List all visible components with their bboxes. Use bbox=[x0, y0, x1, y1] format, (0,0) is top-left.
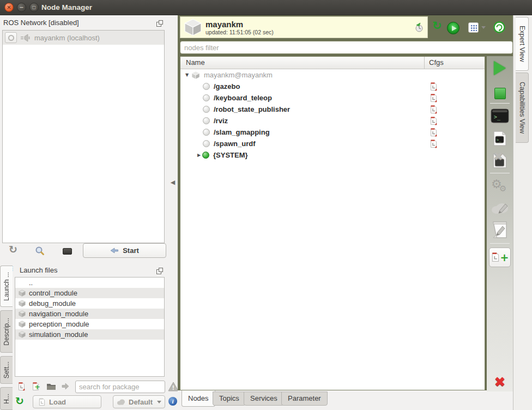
run-node-icon[interactable] bbox=[447, 22, 460, 34]
float-panel-icon[interactable] bbox=[156, 22, 161, 27]
tab-label: Descrip... bbox=[3, 318, 10, 346]
master-header[interactable]: mayankm updated: 11:51:05 (02 sec) bbox=[180, 16, 428, 38]
window-close-button[interactable]: ✕ bbox=[4, 3, 14, 12]
tab-parameter[interactable]: Parameter bbox=[281, 391, 328, 406]
tree-row-node[interactable]: /gazebo bbox=[180, 81, 485, 92]
node-status-icon bbox=[203, 83, 210, 90]
terminal-icon[interactable]: >_ bbox=[491, 108, 509, 123]
node-status-icon bbox=[203, 129, 210, 136]
package-search-input[interactable] bbox=[75, 381, 165, 393]
history-dropdown[interactable]: Default bbox=[113, 395, 165, 408]
column-header-cfgs[interactable]: Cfgs bbox=[429, 58, 444, 67]
stop-node-icon[interactable] bbox=[494, 88, 506, 99]
master-log-screen-icon[interactable] bbox=[63, 248, 72, 255]
master-list-item[interactable]: mayankm (localhost) bbox=[3, 31, 164, 45]
tree-row-node[interactable]: /slam_gmapping bbox=[180, 126, 485, 138]
info-icon[interactable]: i bbox=[168, 397, 177, 406]
node-status-icon bbox=[203, 106, 210, 113]
tab-nodes[interactable]: Nodes bbox=[182, 390, 215, 407]
kill-screens-icon[interactable]: ✖ bbox=[492, 152, 507, 169]
node-control-toolbar: >_ >_ ✖ ⚙ ⚙ + ✖ bbox=[487, 56, 513, 391]
host-label: mayankm@mayankm bbox=[204, 71, 273, 79]
forward-arrow-icon[interactable] bbox=[61, 383, 70, 390]
plus-icon: + bbox=[500, 253, 509, 262]
window-title: Node Manager bbox=[41, 0, 92, 15]
cfg-launch-icon[interactable] bbox=[430, 140, 437, 148]
left-tab-settings[interactable]: Sett... bbox=[0, 356, 13, 384]
master-view-panel: mayankm updated: 11:51:05 (02 sec) ↻ Nam… bbox=[178, 15, 514, 391]
screen-output-icon[interactable]: >_ bbox=[493, 130, 507, 147]
left-tab-description[interactable]: Descrip... bbox=[0, 310, 13, 353]
cfg-launch-icon[interactable] bbox=[430, 94, 437, 102]
package-icon bbox=[19, 331, 26, 338]
tree-row-host[interactable]: ▼ mayankm@mayankm bbox=[180, 69, 485, 81]
titlebar[interactable]: ✕ − ▢ Node Manager bbox=[0, 0, 532, 15]
cfg-launch-icon[interactable] bbox=[430, 105, 437, 114]
edit-launch-file-icon[interactable] bbox=[492, 221, 508, 239]
update-timer-icon[interactable] bbox=[414, 22, 424, 32]
ros-network-list: mayankm (localhost) bbox=[2, 30, 165, 243]
cfg-launch-icon[interactable] bbox=[430, 117, 437, 125]
launch-item-label: .. bbox=[29, 279, 33, 287]
master-updated-text: updated: 11:51:05 (02 sec) bbox=[205, 29, 274, 35]
splitter-collapse-handle[interactable]: ◀ bbox=[169, 177, 177, 189]
tab-services[interactable]: Services bbox=[244, 391, 284, 406]
tree-row-system-group[interactable]: ▶ {SYSTEM} bbox=[180, 149, 485, 161]
tree-row-node[interactable]: /rviz bbox=[180, 115, 485, 126]
node-name: /spawn_urdf bbox=[214, 140, 256, 148]
launch-package-item[interactable]: control_module bbox=[15, 288, 164, 298]
left-tab-launch[interactable]: Launch ... bbox=[0, 266, 13, 307]
tab-topics[interactable]: Topics bbox=[213, 391, 246, 406]
open-folder-icon[interactable] bbox=[46, 383, 56, 390]
cfg-launch-icon[interactable] bbox=[430, 128, 437, 137]
launch-item-label: simulation_module bbox=[29, 330, 88, 339]
expand-icon[interactable]: ▶ bbox=[196, 153, 202, 158]
kill-node-icon[interactable]: ✖ bbox=[494, 375, 506, 389]
node-tree: Name Cfgs ▼ mayankm@mayankm /gazebo /key… bbox=[180, 56, 485, 390]
x-overlay-icon: ✖ bbox=[493, 149, 503, 163]
column-divider[interactable] bbox=[424, 57, 425, 69]
launch-package-item[interactable]: debug_module bbox=[15, 298, 164, 309]
add-launch-button[interactable]: + bbox=[489, 248, 511, 267]
column-header-name[interactable]: Name bbox=[186, 58, 205, 67]
start-node-icon[interactable] bbox=[494, 61, 506, 75]
window-minimize-button[interactable]: − bbox=[17, 3, 26, 12]
launch-package-item[interactable]: simulation_module bbox=[15, 329, 164, 340]
launch-package-item[interactable]: navigation_module bbox=[15, 309, 164, 319]
reload-launch-icon[interactable]: ↻ bbox=[15, 395, 24, 406]
launch-dir-up-item[interactable]: .. bbox=[15, 278, 164, 288]
main-tab-bar: Nodes Topics Services Parameter bbox=[178, 390, 514, 410]
edit-remote-icon[interactable] bbox=[491, 201, 509, 214]
launch-grid-icon[interactable] bbox=[468, 22, 479, 33]
load-launch-button[interactable]: Load bbox=[33, 395, 101, 408]
launch-package-item[interactable]: perception_module bbox=[15, 319, 164, 329]
float-panel-icon[interactable] bbox=[156, 269, 161, 274]
dropdown-arrow-icon bbox=[157, 401, 161, 403]
refresh-master-icon[interactable]: ↻ bbox=[432, 20, 442, 32]
refresh-masters-icon[interactable]: ↻ bbox=[9, 244, 17, 255]
collapse-icon[interactable]: ▼ bbox=[184, 73, 190, 77]
window-maximize-button[interactable]: ▢ bbox=[29, 3, 39, 12]
master-megaphone-icon bbox=[20, 34, 31, 42]
new-launch-file-icon[interactable]: + bbox=[32, 382, 39, 391]
launch-item-label: perception_module bbox=[29, 320, 89, 328]
dynamic-reconfigure-gears-icon[interactable]: ⚙ ⚙ bbox=[489, 177, 510, 196]
cfg-launch-icon[interactable] bbox=[430, 82, 437, 91]
node-status-icon bbox=[203, 94, 210, 101]
discover-network-icon[interactable] bbox=[493, 21, 505, 33]
tree-row-node[interactable]: /spawn_urdf bbox=[180, 138, 485, 149]
launch-file-icon[interactable] bbox=[18, 382, 25, 391]
tree-row-node[interactable]: /keyboard_teleop bbox=[180, 92, 485, 104]
launch-file-icon bbox=[491, 252, 500, 262]
master-sync-button[interactable] bbox=[5, 32, 17, 43]
right-tab-expert-view[interactable]: Expert View bbox=[516, 17, 529, 71]
tab-label: Launch ... bbox=[3, 272, 10, 301]
grid-dropdown-arrow-icon[interactable] bbox=[481, 26, 486, 29]
discover-search-icon[interactable] bbox=[35, 246, 45, 256]
node-name: /rviz bbox=[214, 117, 228, 125]
start-master-button[interactable]: Start bbox=[83, 243, 166, 258]
right-tab-capabilities-view[interactable]: Capabilities View bbox=[516, 73, 529, 143]
tree-row-node[interactable]: /robot_state_publisher bbox=[180, 104, 485, 115]
left-tab-help[interactable]: H... bbox=[0, 387, 13, 410]
nodes-filter-input[interactable] bbox=[180, 41, 513, 54]
